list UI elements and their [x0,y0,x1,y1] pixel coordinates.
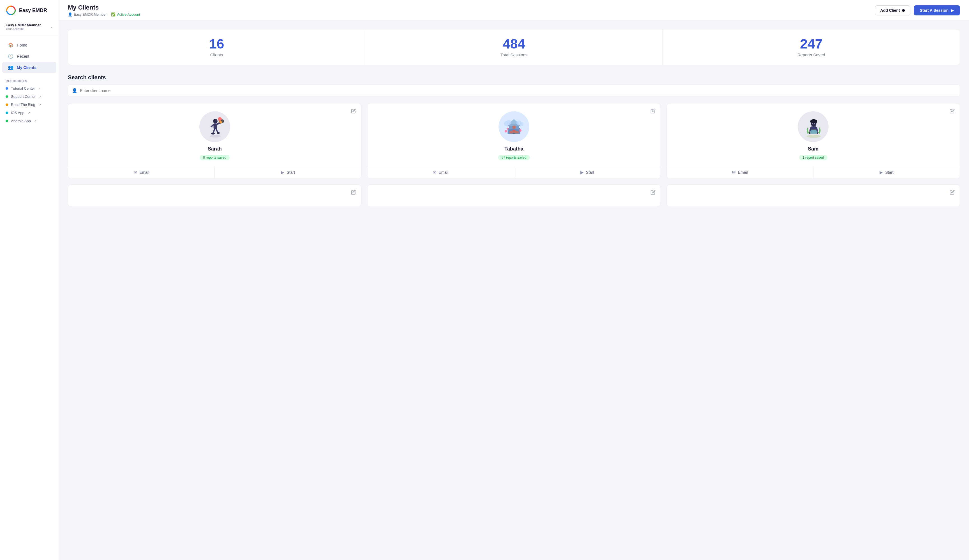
external-link-icon: ↗ [39,103,41,106]
resources-label: RESOURCES [0,75,58,84]
sessions-label: Total Sessions [501,52,528,57]
edit-icon [651,108,656,113]
logo-container: Easy EMDR [0,0,58,20]
svg-line-36 [810,128,811,131]
card-body-tabatha: Tabatha 57 reports saved [367,103,660,166]
client-name-tabatha: Tabatha [504,146,523,152]
edit-partial-3-button[interactable] [949,189,956,197]
sidebar-item-label: Recent [17,54,29,58]
stats-card: 16 Clients 484 Total Sessions 247 Report… [68,29,960,65]
edit-sarah-button[interactable] [350,107,357,116]
active-account-badge: ✅ Active Account [111,12,140,17]
edit-partial-2-button[interactable] [649,189,657,197]
header-meta: 👤 Easy EMDR Member ✅ Active Account [68,12,140,17]
card-body-sam: Sam 1 report saved [667,103,960,166]
edit-icon [651,190,656,195]
sidebar-item-my-clients[interactable]: 👥 My Clients [2,62,57,73]
start-label: Start [586,170,594,174]
svg-point-31 [807,135,821,138]
svg-line-11 [213,129,215,133]
active-label: Active Account [117,13,140,17]
blog-dot [6,103,8,106]
account-sub: Your Account [6,27,41,30]
resource-support[interactable]: Support Center ↗ [0,93,58,101]
stat-reports: 247 Reports Saved [663,30,960,65]
header-actions: Add Client ⊕ Start A Session ▶ [875,5,960,15]
start-sam-button[interactable]: ▶ Start [813,166,960,179]
add-client-label: Add Client [881,8,900,13]
resource-label: Support Center [11,95,36,99]
client-card-partial-1 [68,184,361,207]
edit-icon [351,190,356,195]
start-tabatha-button[interactable]: ▶ Start [514,166,661,179]
svg-line-37 [817,128,817,131]
check-icon: ✅ [111,12,115,17]
svg-point-1 [213,119,217,123]
start-session-label: Start A Session [920,8,949,13]
svg-point-26 [507,128,509,130]
resource-android[interactable]: Android App ↗ [0,117,58,125]
resource-label: Android App [11,119,31,123]
main-nav: 🏠 Home 🕐 Recent 👥 My Clients [0,37,58,75]
account-info: Easy EMDR Member Your Account [6,23,41,30]
card-actions-sarah: ✉ Email ▶ Start [68,166,361,179]
android-dot [6,120,8,122]
home-icon: 🏠 [8,42,13,48]
clients-icon: 👥 [8,65,13,70]
play-circle-icon: ▶ [580,170,584,175]
email-tabatha-button[interactable]: ✉ Email [367,166,514,179]
page-header: My Clients 👤 Easy EMDR Member ✅ Active A… [59,0,969,21]
clock-icon: 🕐 [8,53,13,59]
user-icon: 👤 [68,12,72,17]
edit-partial-1-button[interactable] [350,189,357,197]
reports-label: Reports Saved [798,52,825,57]
member-badge: 👤 Easy EMDR Member [68,12,107,17]
sidebar: Easy EMDR Easy EMDR Member Your Account … [0,0,59,560]
resource-label: Tutorial Center [11,86,35,91]
stat-clients: 16 Clients [68,30,365,65]
svg-point-39 [814,123,815,124]
page-title: My Clients [68,4,140,11]
stat-sessions: 484 Total Sessions [365,30,662,65]
resource-tutorial[interactable]: Tutorial Center ↗ [0,84,58,93]
edit-sam-button[interactable] [949,107,956,116]
edit-icon [351,108,356,113]
play-circle-icon: ▶ [281,170,284,175]
logo-icon [6,5,16,16]
sidebar-item-recent[interactable]: 🕐 Recent [2,51,57,61]
resource-ios[interactable]: iOS App ↗ [0,109,58,117]
add-client-button[interactable]: Add Client ⊕ [875,5,911,15]
svg-point-27 [519,129,521,132]
client-name-sarah: Sarah [208,146,222,152]
svg-point-0 [6,6,16,15]
email-sam-button[interactable]: ✉ Email [667,166,813,179]
account-switcher[interactable]: Easy EMDR Member Your Account ⌄ [0,20,58,35]
svg-point-15 [210,135,221,138]
avatar-sam [798,111,829,142]
email-sarah-button[interactable]: ✉ Email [68,166,215,179]
clients-number: 16 [209,37,224,51]
search-input[interactable] [68,85,960,96]
svg-point-24 [519,122,523,126]
ios-dot [6,111,8,114]
clients-label: Clients [210,52,223,57]
start-sarah-button[interactable]: ▶ Start [215,166,361,179]
avatar-sarah [199,111,230,142]
account-name: Easy EMDR Member [6,23,41,27]
reports-number: 247 [800,37,822,51]
search-icon: 👤 [72,88,77,93]
svg-point-28 [512,126,516,129]
start-session-button[interactable]: Start A Session ▶ [914,5,960,15]
sam-illustration [801,114,826,139]
resource-blog[interactable]: Read The Blog ↗ [0,101,58,109]
svg-point-22 [506,120,511,125]
svg-line-9 [211,125,213,127]
client-card-partial-3 [666,184,960,207]
edit-tabatha-button[interactable] [649,107,657,116]
client-card-partial-2 [367,184,661,207]
app-name: Easy EMDR [19,8,47,13]
sidebar-item-home[interactable]: 🏠 Home [2,40,57,50]
clients-grid: Sarah 0 reports saved ✉ Email ▶ Start [68,103,960,207]
external-link-icon: ↗ [38,87,41,90]
email-label: Email [438,170,448,174]
